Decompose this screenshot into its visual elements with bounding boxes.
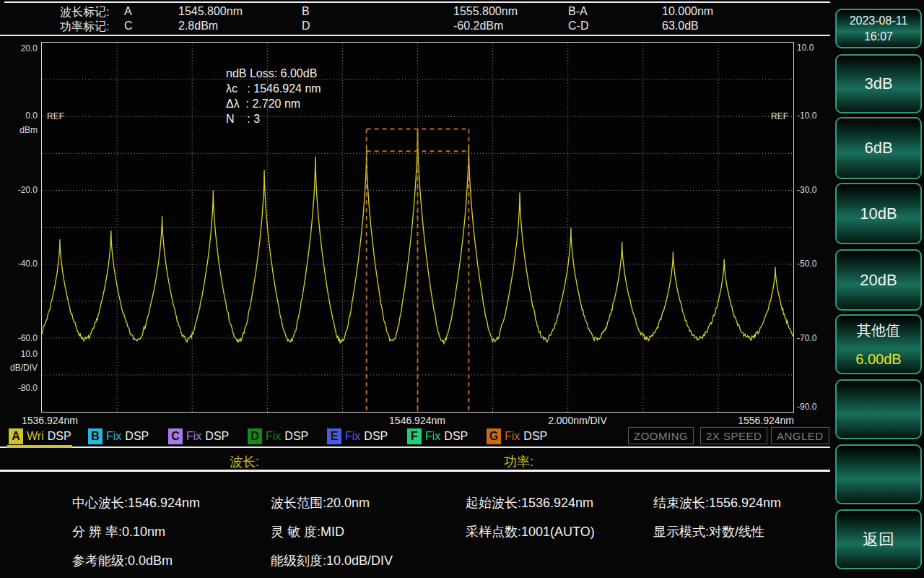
header-top-divider: [4, 1, 830, 3]
y-right-tick: -90.0: [797, 402, 816, 412]
ndb-analysis-line: N : 3: [226, 111, 321, 126]
marker-c-value: 2.8dBm: [178, 20, 218, 33]
softkey-datetime[interactable]: 2023-08-1116:07: [835, 9, 922, 48]
ref-label-left: REF: [47, 111, 64, 121]
softkey-label: 其他值: [857, 321, 900, 340]
softkey-other-value[interactable]: 其他值6.00dB: [835, 314, 922, 374]
trace-c-legend[interactable]: CFixDSP: [168, 428, 229, 445]
y-left-tick: -80.0: [0, 383, 38, 393]
trace-mode-label: Fix: [106, 430, 121, 443]
ndb-analysis-readout: ndB Loss: 6.00dBλc : 1546.924 nmΔλ : 2.7…: [226, 66, 321, 126]
x-label-center: 1546.924nm: [389, 415, 445, 426]
setting-value: 对数/线性: [709, 525, 764, 539]
status-angled: ANGLED: [771, 427, 829, 444]
power-marker-label: 功率标记:: [60, 20, 109, 35]
marker-c-letter: C: [124, 20, 133, 33]
trace-kind-label: DSP: [205, 430, 229, 443]
trace-b-legend[interactable]: BFixDSP: [88, 428, 149, 445]
trace-a-legend[interactable]: AWriDSP: [9, 428, 71, 445]
ndb-analysis-line: Δλ : 2.720 nm: [226, 96, 321, 111]
setting-label: 结束波长:: [653, 496, 709, 510]
marker-b-value: 1555.800nm: [453, 5, 518, 18]
ndb-analysis-line: ndB Loss: 6.00dB: [226, 66, 321, 81]
wavelength-marker-label: 波长标记:: [60, 5, 109, 20]
softkey-back[interactable]: 返回: [835, 509, 922, 569]
trace-letter-box: C: [168, 428, 183, 444]
trace-mode-label: Fix: [425, 430, 440, 443]
x-label-div: 2.000nm/DIV: [548, 415, 607, 426]
setting-readout: 灵 敏 度:MID: [271, 523, 344, 540]
y-left-axis-unit: dB/DIV: [0, 363, 38, 373]
setting-readout: 参考能级:0.0dBm: [72, 552, 173, 569]
setting-value: 0.10nm: [122, 525, 165, 539]
softkey-blank-2[interactable]: [835, 444, 922, 504]
trace-mode-label: Wri: [27, 430, 44, 443]
trace-g-legend[interactable]: GFixDSP: [487, 428, 547, 445]
softkey-label: 10dB: [860, 204, 897, 223]
setting-label: 采样点数:: [466, 525, 521, 539]
x-label-end: 1556.924nm: [738, 415, 794, 426]
trace-letter-box: D: [248, 428, 262, 444]
setting-label: 起始波长:: [466, 496, 521, 510]
y-left-tick: -60.0: [0, 333, 38, 343]
softkey-10db[interactable]: 10dB: [835, 183, 922, 244]
setting-label: 显示模式:: [653, 525, 709, 539]
softkey-label: 2023-08-11: [850, 13, 908, 29]
x-label-start: 1536.924nm: [22, 415, 78, 426]
trace-letter-box: A: [9, 428, 23, 444]
trace-letter-box: B: [88, 428, 103, 444]
softkey-label: 16:07: [864, 29, 893, 45]
setting-label: 中心波长:: [72, 496, 128, 510]
y-right-tick: -30.0: [797, 185, 816, 195]
trace-kind-label: DSP: [125, 430, 149, 443]
setting-label: 灵 敏 度:: [271, 525, 321, 539]
status-2x-speed: 2X SPEED: [700, 427, 767, 444]
softkey-label: 6dB: [864, 139, 892, 158]
y-right-tick: 10.0: [797, 43, 814, 53]
softkey-label: 20dB: [860, 271, 897, 290]
setting-label: 参考能级:: [72, 553, 128, 568]
setting-value: 20.0nm: [326, 496, 370, 510]
trace-d-legend[interactable]: DFixDSP: [248, 428, 308, 445]
setting-value: 10.0dB/DIV: [326, 553, 393, 568]
softkey-label: 返回: [863, 530, 894, 549]
setting-value: MID: [321, 525, 344, 539]
setting-value: 1536.924nm: [521, 496, 593, 510]
setting-value: 1546.924nm: [128, 496, 200, 510]
osa-screen: 波长标记: A 1545.800nm B 1555.800nm B-A 10.0…: [0, 0, 924, 578]
trace-kind-label: DSP: [364, 430, 388, 443]
softkey-blank-1[interactable]: [835, 379, 922, 439]
status-zooming: ZOOMING: [628, 427, 694, 444]
setting-label: 能级刻度:: [271, 553, 326, 568]
trace-kind-label: DSP: [48, 430, 71, 443]
setting-label: 分 辨 率:: [72, 525, 122, 539]
header-bottom-divider: [0, 35, 830, 36]
softkey-6db[interactable]: 6dB: [835, 117, 922, 179]
softkey-3db[interactable]: 3dB: [835, 54, 922, 113]
marker-cd-value: 63.0dB: [662, 20, 699, 33]
trace-mode-label: Fix: [505, 430, 520, 443]
marker-d-value: -60.2dBm: [453, 20, 503, 33]
power-section-label: 功率:: [504, 453, 533, 470]
trace-mode-label: Fix: [186, 430, 201, 443]
trace-f-legend[interactable]: FFixDSP: [407, 428, 468, 445]
y-left-tick: 0.0: [0, 111, 38, 121]
spectrum-plot[interactable]: REF REF: [41, 42, 794, 413]
marker-ba-label: B-A: [568, 5, 588, 18]
marker-a-letter: A: [124, 5, 132, 18]
setting-readout: 中心波长:1546.924nm: [72, 494, 200, 512]
spectrum-svg: [42, 43, 793, 412]
setting-readout: 采样点数:1001(AUTO): [466, 523, 595, 540]
marker-ba-value: 10.000nm: [662, 5, 713, 18]
softkey-20db[interactable]: 20dB: [835, 249, 922, 311]
y-left-axis-unit: 10.0: [0, 349, 38, 359]
setting-readout: 结束波长:1556.924nm: [653, 494, 781, 512]
softkey-label: 6.00dB: [855, 350, 901, 368]
y-right-tick: -70.0: [797, 333, 816, 343]
y-left-axis-unit: dBm: [0, 125, 38, 135]
trace-e-legend[interactable]: EFixDSP: [327, 428, 388, 445]
active-trace-underline: [7, 445, 72, 448]
ref-label-right: REF: [771, 111, 788, 121]
trace-mode-label: Fix: [345, 430, 360, 443]
setting-value: 1001(AUTO): [521, 525, 595, 539]
